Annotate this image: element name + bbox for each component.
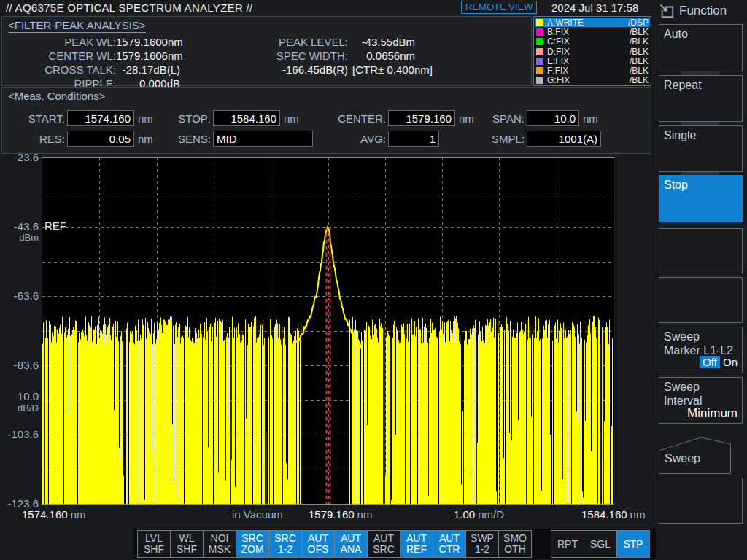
- trace-color-swatch: [536, 38, 543, 45]
- softkey-sweep-interval[interactable]: Sweep Interval Minimum: [659, 377, 743, 424]
- legend-row-trace-C[interactable]: C:FIX/BLK: [535, 37, 650, 47]
- span-field: SPAN: 10.0 nm: [469, 110, 598, 126]
- smpl-field: SMPL: 1001(A): [469, 131, 601, 147]
- avg-input[interactable]: 1: [388, 131, 439, 147]
- ytick-2: -63.6: [0, 289, 39, 302]
- toolbar-button-aut-ctr[interactable]: AUTCTR: [433, 531, 465, 557]
- toolbar-button-smo-oth[interactable]: SMOOTH: [498, 531, 531, 557]
- trace-status: /BLK: [630, 47, 649, 57]
- toolbar-button-src-1-2[interactable]: SRC1-2: [268, 531, 301, 557]
- sweep-tab-label: Sweep: [665, 452, 700, 465]
- filter-peak-analysis-panel: <FILTER-PEAK ANALYSIS> PEAK WL: 1579.160…: [1, 16, 532, 86]
- res-input[interactable]: 0.05: [67, 131, 134, 147]
- sens-label: SENS:: [148, 133, 211, 145]
- trace-status: /DSP: [628, 18, 649, 28]
- trace-name: D:FIX: [547, 47, 570, 57]
- softkey-stop[interactable]: Stop: [659, 175, 743, 222]
- trace-status: /BLK: [630, 75, 649, 85]
- toolbar-button-aut-src[interactable]: AUTSRC: [367, 531, 400, 557]
- datetime: 2024 Jul 31 17:58: [551, 1, 638, 14]
- ytick-0: -23.6: [0, 151, 39, 163]
- toolbar-button-aut-ana[interactable]: AUTANA: [334, 531, 367, 557]
- peak-level-value: -43.55dBm: [348, 36, 415, 50]
- toolbar-button-stp[interactable]: STP: [616, 531, 649, 557]
- sens-field: SENS: MID: [148, 131, 313, 147]
- center-field: CENTER: 1579.160 nm: [309, 110, 474, 126]
- span-label: SPAN:: [469, 112, 525, 125]
- legend-row-trace-F[interactable]: F:FIX/BLK: [535, 66, 650, 75]
- trace-color-swatch: [536, 48, 543, 55]
- start-label: START:: [4, 112, 65, 125]
- center-wl-value: 1579.1606nm: [116, 50, 180, 63]
- spec-width-label: SPEC WIDTH:: [180, 50, 348, 63]
- start-input[interactable]: 1574.160: [67, 110, 134, 126]
- osa-screen: // AQ6375E OPTICAL SPECTRUM ANALYZER // …: [0, 0, 747, 560]
- trace-name: G:FIX: [547, 75, 570, 85]
- function-header-label: Function: [679, 4, 727, 18]
- trace-color-swatch: [536, 77, 543, 84]
- softkey-blank-3[interactable]: [659, 478, 743, 524]
- peak-level-label: PEAK LEVEL:: [180, 36, 348, 50]
- trace-color-swatch: [536, 28, 543, 36]
- ctr-range-value: [CTR± 0.400nm]: [348, 63, 415, 77]
- toolbar-button-aut-ofs[interactable]: AUTOFS: [301, 531, 334, 557]
- ytick-3: -83.6: [0, 359, 39, 371]
- meas-conditions-panel: <Meas. Conditions> START: 1574.160 nm ST…: [1, 87, 651, 154]
- sweep-section-tab: Sweep: [659, 436, 731, 474]
- analysis-header: <FILTER-PEAK ANALYSIS>: [8, 19, 146, 33]
- trace-status: /BLK: [630, 56, 649, 66]
- trace-color-swatch: [536, 67, 543, 74]
- softkey-auto[interactable]: Auto: [659, 24, 743, 71]
- sens-input[interactable]: MID: [213, 131, 313, 147]
- toolbar-button-noi-msk[interactable]: NOIMSK: [203, 531, 236, 557]
- stop-input[interactable]: 1584.160: [213, 110, 280, 126]
- stop-field: STOP: 1584.160 nm: [148, 110, 299, 126]
- legend-row-trace-D[interactable]: D:FIX/BLK: [535, 47, 650, 56]
- legend-row-trace-E[interactable]: E:FIX/BLK: [535, 56, 650, 66]
- softkey-single[interactable]: Single: [659, 125, 743, 172]
- center-wl-label: CENTER WL:: [8, 50, 116, 63]
- smpl-label: SMPL:: [469, 133, 525, 145]
- toggle-on[interactable]: On: [723, 356, 738, 368]
- stop-unit: nm: [284, 112, 299, 125]
- toggle-off[interactable]: Off: [700, 356, 720, 368]
- toolbar-button-lvl-shf[interactable]: LVLSHF: [138, 531, 170, 557]
- legend-row-trace-G[interactable]: G:FIX/BLK: [535, 76, 650, 85]
- trace-status: /BLK: [630, 36, 649, 47]
- softkey-sidebar: Function Auto Repeat Single Stop Sweep M…: [654, 0, 747, 560]
- softkey-repeat[interactable]: Repeat: [659, 75, 743, 122]
- center-input[interactable]: 1579.160: [388, 110, 455, 126]
- function-arrow-icon: [659, 3, 675, 19]
- y-perdiv-value: 10.0: [0, 390, 39, 402]
- span-unit: nm: [583, 112, 598, 125]
- res-field: RES: 0.05 nm: [4, 131, 153, 147]
- trace-status: /BLK: [630, 27, 649, 37]
- spectrum-chart: -23.6 -43.6 dBm -63.6 -83.6 10.0 dB/D -1…: [0, 154, 654, 526]
- legend-row-trace-A[interactable]: A:WRITE/DSP: [535, 18, 650, 27]
- span-input[interactable]: 10.0: [527, 110, 579, 126]
- softkey-blank-2[interactable]: [659, 277, 743, 323]
- sweep-marker-toggle[interactable]: Off On: [700, 355, 738, 369]
- legend-row-trace-B[interactable]: B:FIX/BLK: [535, 27, 650, 36]
- trace-name: A:WRITE: [547, 18, 584, 28]
- trace-name: B:FIX: [547, 27, 569, 37]
- title-bar: // AQ6375E OPTICAL SPECTRUM ANALYZER // …: [0, 0, 654, 15]
- spectrum-plot[interactable]: [42, 157, 614, 505]
- toolbar-button-sgl[interactable]: SGL: [584, 531, 616, 557]
- function-header: Function: [659, 3, 727, 19]
- res-label: RES:: [4, 133, 65, 145]
- toolbar-button-swp-1-2[interactable]: SWP1-2: [465, 531, 498, 557]
- softkey-blank-1[interactable]: [659, 228, 743, 273]
- smpl-input[interactable]: 1001(A): [527, 131, 601, 147]
- avg-field: AVG: 1: [309, 131, 439, 147]
- start-field: START: 1574.160 nm: [4, 110, 153, 126]
- toolbar-button-aut-ref[interactable]: AUTREF: [400, 531, 433, 557]
- toolbar-button-rpt[interactable]: RPT: [551, 531, 584, 557]
- conditions-header: <Meas. Conditions>: [8, 90, 105, 102]
- y-unit-label: dBm: [0, 232, 39, 243]
- softkey-sweep-marker[interactable]: Sweep Marker L1-L2 Off On: [659, 327, 743, 373]
- toolbar-button-src-zom[interactable]: SRCZOM: [236, 531, 268, 557]
- trace-color-swatch: [536, 58, 543, 65]
- analysis-grid: PEAK WL: 1579.1600nm PEAK LEVEL: -43.55d…: [8, 36, 415, 91]
- toolbar-button-wl-shf[interactable]: WLSHF: [170, 531, 203, 557]
